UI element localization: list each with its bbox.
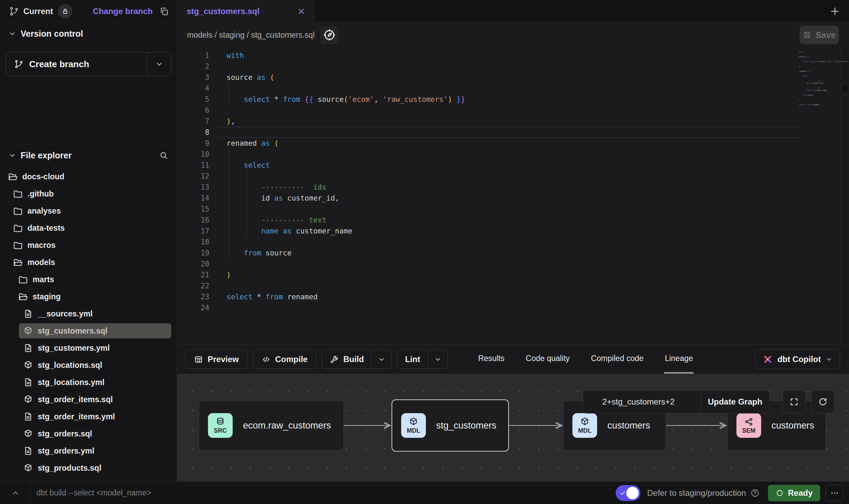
ide-status-button[interactable]: Ready: [768, 485, 820, 501]
version-control-header[interactable]: Version control: [0, 23, 177, 45]
help-icon[interactable]: [750, 488, 760, 498]
tab-code-quality[interactable]: Code quality: [525, 345, 570, 374]
code-line[interactable]: from source: [218, 248, 849, 259]
build-dropdown[interactable]: [371, 350, 391, 369]
line-number[interactable]: 1: [177, 50, 218, 61]
tree-item[interactable]: stg_order_items.yml: [0, 409, 177, 424]
chevron-down-icon[interactable]: [8, 151, 16, 159]
update-graph-button[interactable]: Update Graph: [701, 391, 769, 413]
refresh-graph-button[interactable]: [811, 390, 835, 413]
line-number[interactable]: 9: [177, 138, 218, 149]
more-options-button[interactable]: [826, 485, 844, 501]
file-health-button[interactable]: [320, 26, 338, 44]
tab-lineage[interactable]: Lineage: [664, 345, 694, 374]
tree-item[interactable]: stg_products.sql: [0, 460, 177, 476]
line-number[interactable]: 18: [177, 237, 218, 248]
line-number[interactable]: 4: [177, 83, 218, 94]
defer-toggle[interactable]: [616, 485, 640, 501]
code-editor[interactable]: 123456789101112131415161718192021222324 …: [177, 47, 849, 345]
lint-button[interactable]: Lint: [397, 350, 428, 369]
tab-results[interactable]: Results: [477, 345, 505, 374]
tree-item[interactable]: data-tests: [0, 220, 177, 236]
code-line[interactable]: select * from {{ source('ecom', 'raw_cus…: [218, 94, 849, 105]
line-number[interactable]: 7: [177, 116, 218, 127]
code-line[interactable]: [218, 83, 849, 94]
code-line[interactable]: [218, 204, 849, 215]
line-number[interactable]: 14: [177, 193, 218, 204]
line-number[interactable]: 13: [177, 182, 218, 193]
change-branch-link[interactable]: Change branch: [93, 7, 153, 16]
line-number[interactable]: 10: [177, 149, 218, 160]
compile-button[interactable]: Compile: [253, 350, 316, 369]
code-line[interactable]: [218, 237, 849, 248]
line-number[interactable]: 21: [177, 269, 218, 280]
tree-item[interactable]: stg_order_items.sql: [0, 392, 177, 407]
tab-stg-customers-sql[interactable]: stg_customers.sql: [177, 0, 314, 23]
tree-item[interactable]: stg_customers.yml: [0, 340, 177, 356]
lineage-node-stg_customers[interactable]: MDLstg_customers: [392, 399, 509, 452]
code-line[interactable]: [218, 105, 849, 116]
tree-item[interactable]: staging: [0, 289, 177, 304]
lineage-panel[interactable]: SRCecom.raw_customersMDLstg_customersMDL…: [177, 374, 849, 481]
code-line[interactable]: renamed as (: [218, 138, 849, 149]
tree-item[interactable]: .github: [0, 186, 177, 201]
code-line[interactable]: [218, 280, 849, 291]
command-input[interactable]: dbt build --select <model_name>: [36, 488, 616, 497]
code-line[interactable]: select * from renamed: [218, 291, 849, 302]
build-button[interactable]: Build: [322, 350, 371, 369]
code-line[interactable]: [218, 127, 800, 138]
expand-command-bar[interactable]: [0, 482, 31, 504]
tree-item[interactable]: models: [0, 255, 177, 270]
tree-item[interactable]: docs-cloud: [0, 169, 177, 184]
code-line[interactable]: ),: [218, 116, 849, 127]
tree-item[interactable]: stg_orders.yml: [0, 443, 177, 458]
line-number[interactable]: 5: [177, 94, 218, 105]
lint-dropdown[interactable]: [428, 350, 447, 369]
line-number[interactable]: 19: [177, 248, 218, 259]
line-number[interactable]: 23: [177, 291, 218, 302]
tree-item[interactable]: stg_locations.yml: [0, 375, 177, 390]
create-branch-dropdown[interactable]: [147, 52, 171, 76]
line-number[interactable]: 15: [177, 204, 218, 215]
tab-compiled-code[interactable]: Compiled code: [590, 345, 644, 374]
tree-item[interactable]: stg_orders.sql: [0, 426, 177, 441]
chevron-down-icon[interactable]: [8, 29, 16, 38]
code-area[interactable]: withsource as ( select * from {{ source(…: [218, 47, 849, 345]
file-explorer-header[interactable]: File explorer: [0, 144, 177, 166]
code-line[interactable]: select: [218, 160, 849, 171]
close-icon[interactable]: [297, 7, 306, 16]
tree-item[interactable]: stg_customers.sql: [0, 323, 177, 338]
preview-button[interactable]: Preview: [185, 350, 247, 369]
dbt-copilot-button[interactable]: dbt Copilot: [755, 349, 840, 369]
lineage-node-ecom-raw_customers[interactable]: SRCecom.raw_customers: [199, 400, 344, 451]
search-icon[interactable]: [159, 151, 168, 160]
code-line[interactable]: ---------- ids: [218, 182, 849, 193]
line-number[interactable]: 17: [177, 226, 218, 237]
line-number[interactable]: 3: [177, 72, 218, 83]
code-line[interactable]: [218, 149, 849, 160]
line-number[interactable]: 2: [177, 61, 218, 72]
tree-item[interactable]: stg_locations.sql: [0, 358, 177, 373]
code-line[interactable]: [218, 259, 849, 269]
code-line[interactable]: source as (: [218, 72, 849, 83]
line-number[interactable]: 11: [177, 160, 218, 171]
line-number[interactable]: 16: [177, 215, 218, 226]
line-number[interactable]: 6: [177, 105, 218, 116]
code-line[interactable]: ---------- text: [218, 215, 849, 226]
minimap[interactable]: withsource as ( select * from {{ source(…: [799, 51, 840, 108]
line-number[interactable]: 12: [177, 171, 218, 182]
tree-item[interactable]: marts: [0, 272, 177, 287]
code-line[interactable]: [218, 302, 849, 313]
code-line[interactable]: name as customer_name: [218, 226, 849, 237]
line-number[interactable]: 20: [177, 259, 218, 269]
line-number[interactable]: 24: [177, 302, 218, 313]
line-number[interactable]: 22: [177, 280, 218, 291]
code-line[interactable]: [218, 61, 849, 72]
tree-item[interactable]: analyses: [0, 203, 177, 218]
code-line[interactable]: id as customer_id,: [218, 193, 849, 204]
copy-icon[interactable]: [159, 6, 169, 16]
code-line[interactable]: with: [218, 50, 849, 61]
code-line[interactable]: [218, 171, 849, 182]
create-branch-button[interactable]: Create branch: [6, 52, 147, 76]
save-button[interactable]: Save: [800, 26, 839, 44]
